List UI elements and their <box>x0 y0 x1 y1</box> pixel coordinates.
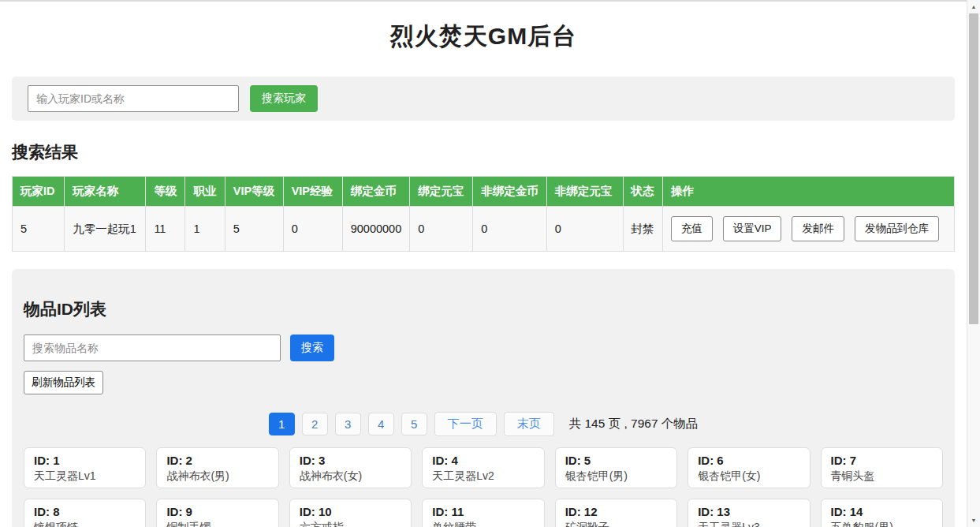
vertical-scrollbar[interactable]: ▲ ▼ <box>967 0 980 527</box>
recharge-button[interactable]: 充值 <box>671 216 713 241</box>
item-id: ID: 11 <box>432 505 534 518</box>
item-name: 天工灵器Lv2 <box>432 469 534 484</box>
item-name: 矿洞靴子 <box>565 521 667 527</box>
item-id: ID: 7 <box>831 454 933 467</box>
item-name: 兽纹腰带 <box>432 521 534 527</box>
item-id: ID: 2 <box>166 454 268 467</box>
column-status: 状态 <box>623 177 662 207</box>
column-job: 职业 <box>185 177 225 207</box>
item-id: ID: 3 <box>300 454 401 467</box>
pagination: 1 2 3 4 5 下一页 末页 共 145 页 , 7967 个物品 <box>24 412 943 436</box>
item-card[interactable]: ID: 12 矿洞靴子 <box>555 499 677 527</box>
cell-level: 11 <box>146 207 185 252</box>
page-container: 烈火焚天GM后台 搜索玩家 搜索结果 玩家ID 玩家名称 等级 职业 VIP等级… <box>0 2 967 527</box>
item-id: ID: 4 <box>432 454 534 467</box>
item-card[interactable]: ID: 8 镀银项链 <box>24 499 146 527</box>
item-name: 铜制手镯 <box>166 521 268 527</box>
table-row: 5 九零一起玩1 11 1 5 0 90000000 0 0 0 封禁 充值 设… <box>13 207 955 252</box>
search-item-button[interactable]: 搜索 <box>290 335 334 361</box>
item-name: 天工灵器Lv3 <box>698 521 799 527</box>
item-id: ID: 12 <box>565 505 667 518</box>
cell-bound-gold: 90000000 <box>342 207 410 252</box>
page-button-4[interactable]: 4 <box>368 413 394 435</box>
item-id: ID: 6 <box>698 454 799 467</box>
cell-player-name: 九零一起玩1 <box>65 207 146 252</box>
item-card[interactable]: ID: 13 天工灵器Lv3 <box>687 499 810 527</box>
player-search-input[interactable] <box>28 85 239 112</box>
page-button-2[interactable]: 2 <box>302 413 328 435</box>
item-id: ID: 14 <box>831 505 933 518</box>
item-name: 战神布衣(男) <box>166 469 268 484</box>
item-list-heading: 物品ID列表 <box>24 298 943 320</box>
item-search-row: 搜索 <box>24 335 943 361</box>
scroll-down-icon[interactable]: ▼ <box>967 514 980 527</box>
set-vip-button[interactable]: 设置VIP <box>723 216 782 241</box>
scroll-up-icon[interactable]: ▲ <box>967 0 980 13</box>
column-player-id: 玩家ID <box>13 177 65 207</box>
cell-player-id: 5 <box>13 207 65 252</box>
item-name: 战神布衣(女) <box>300 469 401 484</box>
cell-unbound-gold: 0 <box>473 207 547 252</box>
player-results-table: 玩家ID 玩家名称 等级 职业 VIP等级 VIP经验 绑定金币 绑定元宝 非绑… <box>12 176 955 252</box>
item-name: 六方戒指 <box>300 521 401 527</box>
item-card[interactable]: ID: 11 兽纹腰带 <box>422 499 544 527</box>
item-name: 天工灵器Lv1 <box>34 469 136 484</box>
column-player-name: 玩家名称 <box>65 177 146 207</box>
item-search-input[interactable] <box>24 335 281 361</box>
item-id: ID: 5 <box>565 454 667 467</box>
item-id: ID: 1 <box>34 454 136 467</box>
item-name: 银杏铠甲(男) <box>565 469 667 484</box>
page-button-5[interactable]: 5 <box>401 413 427 435</box>
item-cards-grid: ID: 1 天工灵器Lv1 ID: 2 战神布衣(男) ID: 3 战神布衣(女… <box>24 447 943 527</box>
item-id: ID: 8 <box>34 505 136 518</box>
scrollbar-thumb[interactable] <box>969 13 978 324</box>
cell-vip-level: 5 <box>225 207 283 252</box>
next-page-button[interactable]: 下一页 <box>434 412 497 436</box>
cell-job: 1 <box>185 207 225 252</box>
column-vip-level: VIP等级 <box>225 177 283 207</box>
items-panel: 物品ID列表 搜索 刷新物品列表 1 2 3 4 5 下一页 末页 共 145 … <box>12 269 955 527</box>
item-name: 镀银项链 <box>34 521 136 527</box>
column-unbound-gold: 非绑定金币 <box>473 177 547 207</box>
cell-unbound-yuanbao: 0 <box>546 207 623 252</box>
column-level: 等级 <box>146 177 185 207</box>
column-bound-gold: 绑定金币 <box>342 177 410 207</box>
refresh-item-list-button[interactable]: 刷新物品列表 <box>24 371 103 394</box>
search-player-button[interactable]: 搜索玩家 <box>250 85 318 112</box>
item-id: ID: 13 <box>698 505 799 518</box>
item-card[interactable]: ID: 10 六方戒指 <box>289 499 412 527</box>
column-vip-exp: VIP经验 <box>283 177 342 207</box>
search-results-heading: 搜索结果 <box>12 141 955 163</box>
item-id: ID: 10 <box>300 505 401 518</box>
table-header-row: 玩家ID 玩家名称 等级 职业 VIP等级 VIP经验 绑定金币 绑定元宝 非绑… <box>13 177 955 207</box>
item-card[interactable]: ID: 7 青铜头盔 <box>821 447 943 488</box>
table-header: 玩家ID 玩家名称 等级 职业 VIP等级 VIP经验 绑定金币 绑定元宝 非绑… <box>13 177 955 207</box>
item-card[interactable]: ID: 2 战神布衣(男) <box>156 447 278 488</box>
item-id: ID: 9 <box>166 505 268 518</box>
item-name: 五兽豹服(男) <box>831 521 933 527</box>
page-button-1[interactable]: 1 <box>269 413 295 435</box>
column-unbound-yuanbao: 非绑定元宝 <box>546 177 623 207</box>
player-search-panel: 搜索玩家 <box>12 77 955 121</box>
item-card[interactable]: ID: 3 战神布衣(女) <box>289 447 412 488</box>
item-name: 青铜头盔 <box>831 469 933 484</box>
send-mail-button[interactable]: 发邮件 <box>792 216 844 241</box>
item-card[interactable]: ID: 9 铜制手镯 <box>156 499 278 527</box>
send-item-to-warehouse-button[interactable]: 发物品到仓库 <box>855 216 939 241</box>
cell-status: 封禁 <box>623 207 662 252</box>
pagination-summary: 共 145 页 , 7967 个物品 <box>569 416 699 432</box>
item-card[interactable]: ID: 14 五兽豹服(男) <box>821 499 943 527</box>
column-bound-yuanbao: 绑定元宝 <box>410 177 473 207</box>
refresh-row: 刷新物品列表 <box>24 361 943 394</box>
page-button-3[interactable]: 3 <box>335 413 361 435</box>
cell-actions: 充值 设置VIP 发邮件 发物品到仓库 <box>662 207 954 252</box>
last-page-button[interactable]: 末页 <box>504 412 554 436</box>
page-title: 烈火焚天GM后台 <box>12 21 955 53</box>
column-actions: 操作 <box>662 177 954 207</box>
item-name: 银杏铠甲(女) <box>698 469 799 484</box>
item-card[interactable]: ID: 5 银杏铠甲(男) <box>555 447 677 488</box>
item-card[interactable]: ID: 6 银杏铠甲(女) <box>687 447 810 488</box>
item-card[interactable]: ID: 4 天工灵器Lv2 <box>422 447 544 488</box>
item-card[interactable]: ID: 1 天工灵器Lv1 <box>24 447 146 488</box>
cell-vip-exp: 0 <box>283 207 342 252</box>
